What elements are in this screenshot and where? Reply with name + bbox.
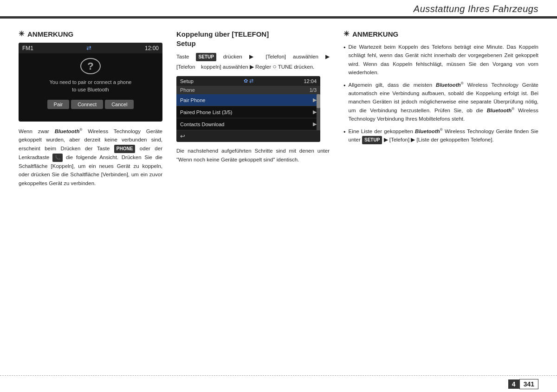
bullet-dot-3: • [343, 128, 346, 144]
right-heading-label: ANMERKUNG [352, 30, 398, 38]
page-number: 4 341 [508, 379, 538, 389]
setup-screen: Setup ✿ ⇄ 12:04 Phone 1/3 Pair Phone ▶ P… [176, 76, 320, 142]
setup-bt-icon: ✿ ⇄ [244, 78, 253, 84]
setup-menu: Pair Phone ▶ Paired Phone List (3/5) ▶ C… [176, 94, 320, 130]
bluetooth-italic-2: Bluetooth [436, 82, 461, 88]
bullet-item-3: • Eine Liste der gekoppelten Bluetooth® … [343, 127, 538, 144]
setup-title: Setup [180, 78, 194, 84]
setup-item-paired-list[interactable]: Paired Phone List (3/5) ▶ [176, 106, 320, 118]
setup-time: 12:04 [304, 78, 317, 84]
scrollbar-thumb[interactable] [317, 94, 320, 108]
bullet-text-1: Die Wartezeit beim Koppeln des Telefons … [349, 43, 538, 77]
setup-subheader-label: Phone [180, 87, 195, 93]
cancel-button[interactable]: Cancel [105, 100, 134, 109]
setup-badge-2: SETUP [362, 136, 382, 144]
bluetooth-italic-4: Bluetooth [415, 129, 440, 134]
setup-item-paired-label: Paired Phone List (3/5) [180, 109, 233, 115]
question-mark-icon: ? [80, 58, 101, 74]
setup-item-contacts[interactable]: Contacts Download ▶ [176, 118, 320, 130]
setup-item-contacts-label: Contacts Download [180, 122, 224, 127]
setup-item-pair-phone[interactable]: Pair Phone ▶ [176, 94, 320, 106]
setup-item-pair-label: Pair Phone [180, 97, 205, 103]
bullet-text-2: Allgemein gilt, dass die meisten Bluetoo… [349, 81, 538, 123]
phone-badge: PHONE [114, 145, 136, 153]
scrollbar-track[interactable] [317, 94, 320, 130]
left-column: ✳ ANMERKUNG FM1 ⇄ 12:00 ? You need to pa… [19, 30, 162, 350]
page-footer: 4 341 [0, 375, 557, 392]
setup-item-paired-arrow: ▶ [313, 109, 317, 115]
setup-bottom-bar: ↩ [176, 130, 320, 142]
fm1-body: ? You need to pair or connect a phone to… [19, 53, 162, 114]
chapter-number: 4 [508, 379, 519, 389]
koppelung-footer: Die nachstehend aufgeführten Schritte si… [176, 147, 330, 164]
bullet-item-1: • Die Wartezeit beim Koppeln des Telefon… [343, 43, 538, 77]
page-title: Ausstattung Ihres Fahrzeugs [414, 4, 538, 14]
page-header: Ausstattung Ihres Fahrzeugs [0, 0, 557, 17]
asterisk-icon: ✳ [19, 30, 25, 38]
setup-topbar: Setup ✿ ⇄ 12:04 [176, 76, 320, 86]
bullet-item-2: • Allgemein gilt, dass die meisten Bluet… [343, 81, 538, 123]
mid-column: Koppelung über [TELEFON] Setup Taste SET… [176, 30, 330, 350]
phone-icon: 📞 [52, 154, 63, 162]
bullet-list: • Die Wartezeit beim Koppeln des Telefon… [343, 43, 538, 144]
bluetooth-italic-3: Bluetooth [487, 108, 512, 113]
right-column: ✳ ANMERKUNG • Die Wartezeit beim Koppeln… [343, 30, 538, 350]
asterisk-icon-right: ✳ [343, 30, 350, 38]
left-anmerkung-heading: ✳ ANMERKUNG [19, 30, 162, 38]
connect-button[interactable]: Connect [71, 100, 103, 109]
bullet-dot-2: • [343, 81, 346, 123]
fm1-source: FM1 [22, 45, 33, 51]
page-number-label: 341 [519, 379, 538, 389]
setup-subheader-count: 1/3 [310, 87, 317, 93]
back-icon[interactable]: ↩ [180, 133, 185, 140]
left-heading-label: ANMERKUNG [27, 30, 73, 38]
setup-item-pair-arrow: ▶ [313, 97, 317, 103]
setup-subheader: Phone 1/3 [176, 86, 320, 94]
screen-message: You need to pair or connect a phone to u… [50, 79, 132, 93]
right-anmerkung-heading: ✳ ANMERKUNG [343, 30, 538, 38]
fm1-screen: FM1 ⇄ 12:00 ? You need to pair or connec… [19, 43, 162, 122]
bullet-text-3: Eine Liste der gekoppelten Bluetooth® Wi… [349, 127, 538, 144]
pair-button[interactable]: Pair [47, 100, 70, 109]
fm1-bt-icon: ⇄ [86, 45, 91, 51]
left-body-text: Wenn zwar Bluetooth® Wireless Technology… [19, 127, 162, 187]
koppelung-heading: Koppelung über [TELEFON] Setup [176, 30, 330, 48]
main-content: ✳ ANMERKUNG FM1 ⇄ 12:00 ? You need to pa… [0, 19, 557, 360]
setup-badge-1: SETUP [196, 53, 216, 61]
screen-buttons: Pair Connect Cancel [47, 100, 134, 109]
koppelung-intro: Taste SETUP drücken ▶ [Telefon] auswähle… [176, 52, 330, 71]
setup-item-contacts-arrow: ▶ [313, 121, 317, 127]
fm1-time: 12:00 [145, 45, 159, 51]
bullet-dot-1: • [343, 43, 346, 77]
fm1-topbar: FM1 ⇄ 12:00 [19, 43, 162, 53]
bluetooth-italic-1: Bluetooth [55, 129, 80, 134]
